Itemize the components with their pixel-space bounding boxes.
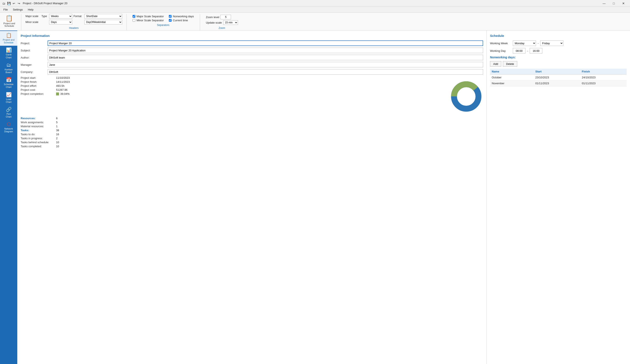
- tasks-label: Tasks:: [21, 129, 54, 132]
- table-row[interactable]: October23/10/202324/10/2023: [490, 74, 627, 80]
- project-finish-value: 14/11/2023: [56, 80, 70, 83]
- tasks-value: 38: [56, 129, 59, 132]
- current-time-label: Current time: [173, 19, 188, 22]
- pert-chart-icon: 🔗: [6, 107, 12, 112]
- working-day-start-input[interactable]: [513, 48, 526, 53]
- completion-value-row: 39.04%: [56, 92, 70, 95]
- author-field-row: Author:: [21, 55, 483, 60]
- sidebar-item-project-and-schedule[interactable]: 📋 Project andSchedule: [0, 31, 17, 46]
- save-icon[interactable]: 💾: [7, 1, 11, 5]
- minor-sep-checkbox[interactable]: [132, 19, 135, 22]
- update-scale-row: Update scale 5 min15 min30 min1 hr: [206, 20, 238, 25]
- sidebar-item-label-load: LoadChart: [6, 98, 12, 103]
- sidebar-item-network-diagram[interactable]: ⬡ NetworkDiagram: [0, 120, 17, 135]
- project-completion-row: Project completion: 39.04%: [21, 92, 446, 95]
- resources-value: 6: [56, 117, 58, 120]
- ribbon: 📋 Project andSchedule Major scale Type W…: [0, 13, 630, 30]
- work-assignments-value: 5: [56, 121, 58, 124]
- manager-field-row: Manager:: [21, 62, 483, 67]
- nonworking-days-checkbox[interactable]: [169, 15, 172, 18]
- col-header-finish: Finish: [580, 69, 627, 74]
- update-scale-select[interactable]: 5 min15 min30 min1 hr: [223, 20, 238, 25]
- col-header-name: Name: [490, 69, 534, 74]
- donut-chart-area: [449, 80, 483, 113]
- sidebar-item-schedule-chart[interactable]: 📅 ScheduleChart: [0, 75, 17, 90]
- sidebar-item-load-chart[interactable]: 📈 LoadChart: [0, 90, 17, 105]
- minor-scale-label: Minor scale: [26, 21, 40, 23]
- minor-scale-type-select[interactable]: DaysHoursWeeks: [49, 20, 72, 24]
- working-week-label: Working Week: [490, 42, 511, 45]
- working-week-row: Working Week MondayTuesdayWednesdaySunda…: [490, 40, 627, 46]
- tasks-completed-row: Tasks completed: 10: [21, 145, 483, 148]
- major-scale-row: Major scale Type WeeksDaysMonths Format …: [26, 14, 122, 18]
- content-body: Project Information Project: Subject: Au…: [17, 30, 630, 364]
- ribbon-divider-3: [200, 14, 200, 30]
- project-completion-value: 39.04%: [60, 92, 70, 95]
- delete-nonworking-button[interactable]: Delete: [503, 61, 517, 66]
- major-scale-format-select[interactable]: ShortDateLongDateCustom: [84, 14, 122, 18]
- current-time-checkbox[interactable]: [169, 19, 172, 22]
- menu-help[interactable]: Help: [25, 7, 36, 12]
- menu-file[interactable]: File: [1, 7, 10, 12]
- project-label: Project:: [21, 42, 46, 45]
- schedule-title: Schedule: [490, 34, 627, 37]
- sidebar-item-label-pert: PertChart: [6, 113, 12, 118]
- close-button[interactable]: ✕: [618, 0, 628, 7]
- working-week-start-select[interactable]: MondayTuesdayWednesdaySunday: [513, 40, 536, 46]
- nonworking-buttons: Add Delete: [490, 61, 627, 66]
- project-cost-value: 51287.96: [56, 88, 68, 91]
- sidebar-item-label-schedule: ScheduleChart: [4, 83, 14, 88]
- manager-label: Manager:: [21, 63, 46, 66]
- update-scale-label: Update scale: [206, 21, 222, 24]
- tasks-row: Tasks: 38: [21, 129, 483, 132]
- nonworking-days-label: Nonworking days: [173, 15, 194, 18]
- minimize-button[interactable]: —: [599, 0, 609, 7]
- app-icon: 🗂: [2, 1, 6, 5]
- major-sep-label: Major Scale Separator: [136, 15, 164, 18]
- undo-icon[interactable]: ↩: [12, 1, 16, 5]
- working-day-end-input[interactable]: [530, 48, 542, 53]
- ribbon-project-icon[interactable]: 📋 Project andSchedule: [2, 14, 17, 28]
- working-week-end-select[interactable]: FridaySaturdaySunday: [540, 40, 564, 46]
- main-layout: 📋 Project andSchedule 📊 GanttChart 🗂 Kan…: [0, 30, 630, 364]
- nonworking-days-table: Name Start Finish October23/10/202324/10…: [490, 69, 627, 86]
- subject-field-row: Subject:: [21, 48, 483, 53]
- major-sep-checkbox[interactable]: [132, 15, 135, 18]
- tasks-todo-label: Tasks to do:: [21, 133, 54, 136]
- project-effort-label: Project effort:: [21, 84, 54, 87]
- company-label: Company:: [21, 70, 46, 73]
- format-label: Format: [74, 15, 83, 18]
- redo-icon[interactable]: ↪: [17, 1, 21, 5]
- sidebar-item-label-kanban: KanbanBoard: [5, 68, 13, 74]
- sidebar-item-pert-chart[interactable]: 🔗 PertChart: [0, 105, 17, 120]
- company-input[interactable]: [48, 69, 483, 74]
- project-panel: Project Information Project: Subject: Au…: [17, 30, 487, 364]
- table-row[interactable]: November01/11/202301/11/2023: [490, 80, 627, 86]
- add-nonworking-button[interactable]: Add: [490, 61, 501, 66]
- gantt-chart-icon: 📊: [6, 47, 12, 53]
- project-field-row: Project:: [21, 40, 483, 46]
- menu-settings[interactable]: Settings: [10, 7, 25, 12]
- project-input[interactable]: [48, 40, 483, 46]
- zoom-level-input[interactable]: [220, 15, 231, 19]
- sidebar-item-label-network: NetworkDiagram: [4, 127, 13, 133]
- working-day-dash: -: [527, 49, 528, 52]
- manager-input[interactable]: [48, 62, 483, 67]
- zoom-section-label: Zoom: [206, 26, 238, 29]
- sidebar-item-gantt-chart[interactable]: 📊 GanttChart: [0, 46, 17, 60]
- completion-box: [56, 92, 59, 95]
- col-header-start: Start: [534, 69, 580, 74]
- work-assignments-row: Work assignments: 5: [21, 121, 483, 124]
- headers-section-label: Headers: [26, 26, 122, 29]
- author-input[interactable]: [48, 55, 483, 60]
- company-field-row: Company:: [21, 69, 483, 74]
- schedule-chart-icon: 📅: [6, 77, 12, 83]
- minor-scale-format-select[interactable]: DayOfWeekInitialDayOfWeekDay: [84, 20, 122, 24]
- nonworking-days-row: Nonworking days: [169, 15, 194, 18]
- major-scale-type-select[interactable]: WeeksDaysMonths: [49, 14, 72, 18]
- maximize-button[interactable]: □: [609, 0, 618, 7]
- sidebar-item-kanban-board[interactable]: 🗂 KanbanBoard: [0, 61, 17, 75]
- resources-label: Resources:: [21, 117, 54, 120]
- sidebar-item-label-gantt: GanttChart: [6, 53, 12, 59]
- subject-input[interactable]: [48, 48, 483, 53]
